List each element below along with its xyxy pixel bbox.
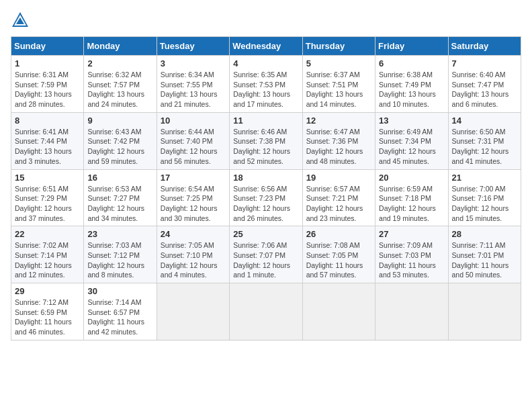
calendar-cell: 15Sunrise: 6:51 AMSunset: 7:29 PMDayligh… [11,169,84,226]
day-number: 9 [87,116,152,126]
weekday-header-thursday: Thursday [302,37,375,56]
calendar-cell: 1Sunrise: 6:31 AMSunset: 7:59 PMDaylight… [11,56,84,113]
day-number: 17 [161,173,226,183]
day-number: 30 [87,286,152,296]
day-info: Sunrise: 6:44 AMSunset: 7:40 PMDaylight:… [161,127,226,167]
calendar-cell [448,283,521,340]
calendar-cell: 16Sunrise: 6:53 AMSunset: 7:27 PMDayligh… [84,169,157,226]
calendar-cell: 23Sunrise: 7:03 AMSunset: 7:12 PMDayligh… [84,226,157,283]
day-number: 23 [87,229,152,239]
day-info: Sunrise: 6:46 AMSunset: 7:38 PMDaylight:… [233,127,298,167]
day-info: Sunrise: 6:47 AMSunset: 7:36 PMDaylight:… [306,127,371,167]
day-number: 25 [233,229,298,239]
weekday-header-saturday: Saturday [448,37,521,56]
calendar-cell [157,283,229,340]
calendar-cell [375,283,448,340]
day-info: Sunrise: 6:54 AMSunset: 7:25 PMDaylight:… [161,184,226,224]
day-number: 8 [15,116,80,126]
day-info: Sunrise: 6:59 AMSunset: 7:18 PMDaylight:… [379,184,444,224]
calendar-body: 1Sunrise: 6:31 AMSunset: 7:59 PMDaylight… [11,56,521,340]
weekday-header-sunday: Sunday [11,37,84,56]
day-info: Sunrise: 6:34 AMSunset: 7:55 PMDaylight:… [161,70,226,109]
calendar-week-row: 22Sunrise: 7:02 AMSunset: 7:14 PMDayligh… [11,226,521,283]
calendar-cell [230,283,302,340]
day-info: Sunrise: 7:03 AMSunset: 7:12 PMDaylight:… [87,240,152,280]
day-info: Sunrise: 6:40 AMSunset: 7:47 PMDaylight:… [452,70,517,109]
calendar-cell: 8Sunrise: 6:41 AMSunset: 7:44 PMDaylight… [11,112,84,169]
day-info: Sunrise: 6:41 AMSunset: 7:44 PMDaylight:… [15,127,80,167]
calendar-cell: 29Sunrise: 7:12 AMSunset: 6:59 PMDayligh… [11,283,84,340]
weekday-header-monday: Monday [84,37,157,56]
day-info: Sunrise: 6:56 AMSunset: 7:23 PMDaylight:… [233,184,298,224]
day-info: Sunrise: 7:09 AMSunset: 7:03 PMDaylight:… [379,240,444,280]
day-number: 21 [452,173,517,183]
calendar-cell: 5Sunrise: 6:37 AMSunset: 7:51 PMDaylight… [302,56,375,113]
day-info: Sunrise: 7:08 AMSunset: 7:05 PMDaylight:… [306,240,371,280]
calendar-cell: 10Sunrise: 6:44 AMSunset: 7:40 PMDayligh… [157,112,229,169]
calendar-header-row: SundayMondayTuesdayWednesdayThursdayFrid… [11,37,521,56]
logo-icon [11,11,30,30]
day-number: 20 [379,173,444,183]
calendar-cell: 9Sunrise: 6:43 AMSunset: 7:42 PMDaylight… [84,112,157,169]
calendar-cell: 22Sunrise: 7:02 AMSunset: 7:14 PMDayligh… [11,226,84,283]
day-info: Sunrise: 6:37 AMSunset: 7:51 PMDaylight:… [306,70,371,109]
day-info: Sunrise: 6:32 AMSunset: 7:57 PMDaylight:… [87,70,152,109]
calendar-week-row: 29Sunrise: 7:12 AMSunset: 6:59 PMDayligh… [11,283,521,340]
weekday-header-friday: Friday [375,37,448,56]
day-info: Sunrise: 7:02 AMSunset: 7:14 PMDaylight:… [15,240,80,280]
day-number: 14 [452,116,517,126]
day-number: 7 [452,58,517,68]
day-info: Sunrise: 7:06 AMSunset: 7:07 PMDaylight:… [233,240,298,280]
calendar-cell: 7Sunrise: 6:40 AMSunset: 7:47 PMDaylight… [448,56,521,113]
day-number: 3 [161,58,226,68]
day-number: 2 [87,58,152,68]
day-number: 6 [379,58,444,68]
day-number: 11 [233,116,298,126]
calendar-cell: 26Sunrise: 7:08 AMSunset: 7:05 PMDayligh… [302,226,375,283]
calendar-cell: 4Sunrise: 6:35 AMSunset: 7:53 PMDaylight… [230,56,302,113]
day-number: 10 [161,116,226,126]
day-number: 19 [306,173,371,183]
calendar-cell: 18Sunrise: 6:56 AMSunset: 7:23 PMDayligh… [230,169,302,226]
calendar-cell: 24Sunrise: 7:05 AMSunset: 7:10 PMDayligh… [157,226,229,283]
day-info: Sunrise: 6:51 AMSunset: 7:29 PMDaylight:… [15,184,80,224]
calendar-cell: 20Sunrise: 6:59 AMSunset: 7:18 PMDayligh… [375,169,448,226]
weekday-header-tuesday: Tuesday [157,37,229,56]
calendar-week-row: 1Sunrise: 6:31 AMSunset: 7:59 PMDaylight… [11,56,521,113]
day-number: 18 [233,173,298,183]
calendar-cell: 30Sunrise: 7:14 AMSunset: 6:57 PMDayligh… [84,283,157,340]
calendar-cell: 27Sunrise: 7:09 AMSunset: 7:03 PMDayligh… [375,226,448,283]
calendar-cell: 11Sunrise: 6:46 AMSunset: 7:38 PMDayligh… [230,112,302,169]
calendar-cell [302,283,375,340]
day-info: Sunrise: 6:38 AMSunset: 7:49 PMDaylight:… [379,70,444,109]
day-info: Sunrise: 6:43 AMSunset: 7:42 PMDaylight:… [87,127,152,167]
day-number: 5 [306,58,371,68]
calendar-cell: 14Sunrise: 6:50 AMSunset: 7:31 PMDayligh… [448,112,521,169]
day-info: Sunrise: 7:05 AMSunset: 7:10 PMDaylight:… [161,240,226,280]
day-info: Sunrise: 7:14 AMSunset: 6:57 PMDaylight:… [87,298,152,337]
calendar-cell: 28Sunrise: 7:11 AMSunset: 7:01 PMDayligh… [448,226,521,283]
calendar-cell: 13Sunrise: 6:49 AMSunset: 7:34 PMDayligh… [375,112,448,169]
day-number: 16 [87,173,152,183]
day-number: 28 [452,229,517,239]
calendar-cell: 17Sunrise: 6:54 AMSunset: 7:25 PMDayligh… [157,169,229,226]
calendar-table: SundayMondayTuesdayWednesdayThursdayFrid… [11,36,521,340]
day-number: 22 [15,229,80,239]
calendar-cell: 19Sunrise: 6:57 AMSunset: 7:21 PMDayligh… [302,169,375,226]
day-info: Sunrise: 7:11 AMSunset: 7:01 PMDaylight:… [452,240,517,280]
calendar-cell: 6Sunrise: 6:38 AMSunset: 7:49 PMDaylight… [375,56,448,113]
day-number: 12 [306,116,371,126]
day-number: 26 [306,229,371,239]
day-info: Sunrise: 6:49 AMSunset: 7:34 PMDaylight:… [379,127,444,167]
day-number: 29 [15,286,80,296]
day-number: 24 [161,229,226,239]
calendar-cell: 25Sunrise: 7:06 AMSunset: 7:07 PMDayligh… [230,226,302,283]
calendar-cell: 12Sunrise: 6:47 AMSunset: 7:36 PMDayligh… [302,112,375,169]
day-info: Sunrise: 7:12 AMSunset: 6:59 PMDaylight:… [15,298,80,337]
calendar-week-row: 15Sunrise: 6:51 AMSunset: 7:29 PMDayligh… [11,169,521,226]
calendar-cell: 2Sunrise: 6:32 AMSunset: 7:57 PMDaylight… [84,56,157,113]
day-number: 15 [15,173,80,183]
day-info: Sunrise: 6:31 AMSunset: 7:59 PMDaylight:… [15,70,80,109]
day-info: Sunrise: 6:53 AMSunset: 7:27 PMDaylight:… [87,184,152,224]
calendar-cell: 21Sunrise: 7:00 AMSunset: 7:16 PMDayligh… [448,169,521,226]
